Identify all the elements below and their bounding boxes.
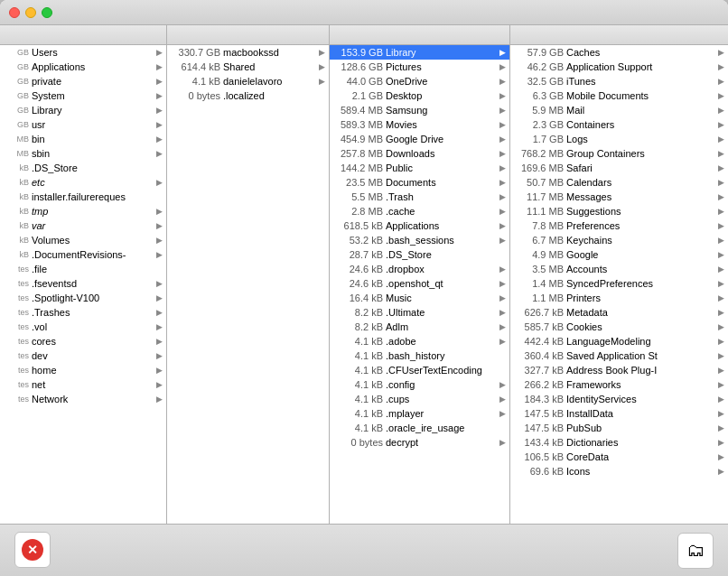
list-item[interactable]: 11.1 MB Suggestions ▶	[510, 204, 728, 218]
list-item[interactable]: 106.5 kB CoreData ▶	[510, 450, 728, 464]
row-arrow: ▶	[717, 120, 724, 129]
row-arrow: ▶	[499, 178, 506, 187]
list-item[interactable]: 147.5 kB PubSub ▶	[510, 421, 728, 435]
list-item[interactable]: 4.1 kB .bash_history	[330, 348, 509, 363]
row-size: 11.1 MB	[514, 206, 564, 217]
close-button[interactable]	[9, 7, 20, 18]
list-item[interactable]: 768.2 MB Group Containers ▶	[510, 146, 728, 161]
list-item[interactable]: 184.3 kB IdentityServices ▶	[510, 392, 728, 406]
list-item[interactable]: 153.9 GB Library ▶	[330, 45, 509, 60]
list-item[interactable]: 0 bytes .localized	[167, 88, 329, 103]
list-item[interactable]: 327.7 kB Address Book Plug-I ▶	[510, 363, 728, 377]
list-item[interactable]: 2.8 MB .cache ▶	[330, 204, 509, 218]
list-item[interactable]: 143.4 kB Dictionaries ▶	[510, 435, 728, 450]
row-size: 4.1 kB	[333, 365, 383, 376]
list-item[interactable]: tes .vol ▶	[0, 320, 166, 334]
list-item[interactable]: tes .file	[0, 262, 166, 276]
list-item[interactable]: 5.9 MB Mail ▶	[510, 103, 728, 117]
list-item[interactable]: 169.6 MB Safari ▶	[510, 161, 728, 175]
list-item[interactable]: 3.5 MB Accounts ▶	[510, 262, 728, 276]
list-item[interactable]: GB private ▶	[0, 74, 166, 88]
list-item[interactable]: 4.1 kB .adobe ▶	[330, 334, 509, 348]
list-item[interactable]: 8.2 kB Adlm ▶	[330, 320, 509, 334]
open-action-button[interactable]: 🗂	[677, 533, 714, 569]
list-item[interactable]: 4.1 kB .config ▶	[330, 377, 509, 392]
list-item[interactable]: 1.7 GB Logs ▶	[510, 132, 728, 146]
list-item[interactable]: kB var ▶	[0, 218, 166, 233]
list-item[interactable]: 6.3 GB Mobile Documents ▶	[510, 88, 728, 103]
list-item[interactable]: tes Network ▶	[0, 392, 166, 406]
list-item[interactable]: tes .Trashes ▶	[0, 305, 166, 320]
list-item[interactable]: 257.8 MB Downloads ▶	[330, 146, 509, 161]
list-item[interactable]: 4.1 kB .cups ▶	[330, 392, 509, 406]
row-name: Logs	[566, 134, 715, 144]
list-item[interactable]: kB Volumes ▶	[0, 233, 166, 247]
list-item[interactable]: 360.4 kB Saved Application St ▶	[510, 348, 728, 363]
delete-button[interactable]: ✕	[14, 532, 51, 568]
list-item[interactable]: 5.5 MB .Trash ▶	[330, 190, 509, 204]
list-item[interactable]: kB installer.failurereques	[0, 190, 166, 204]
minimize-button[interactable]	[25, 7, 36, 18]
list-item[interactable]: 618.5 kB Applications ▶	[330, 218, 509, 233]
list-item[interactable]: 4.1 kB .oracle_ire_usage	[330, 421, 509, 435]
list-item[interactable]: tes net ▶	[0, 377, 166, 392]
list-item[interactable]: GB Library ▶	[0, 103, 166, 117]
list-item[interactable]: kB tmp ▶	[0, 204, 166, 218]
list-item[interactable]: 46.2 GB Application Support ▶	[510, 60, 728, 74]
list-item[interactable]: 7.8 MB Preferences ▶	[510, 218, 728, 233]
list-item[interactable]: 0 bytes decrypt ▶	[330, 435, 509, 450]
list-item[interactable]: 147.5 kB InstallData ▶	[510, 406, 728, 421]
list-item[interactable]: 28.7 kB .DS_Store	[330, 247, 509, 262]
list-item[interactable]: 50.7 MB Calendars ▶	[510, 175, 728, 190]
list-item[interactable]: 4.1 kB .CFUserTextEncoding	[330, 363, 509, 377]
list-item[interactable]: 16.4 kB Music ▶	[330, 291, 509, 305]
list-item[interactable]: 24.6 kB .openshot_qt ▶	[330, 276, 509, 291]
list-item[interactable]: 57.9 GB Caches ▶	[510, 45, 728, 60]
list-item[interactable]: 4.9 MB Google ▶	[510, 247, 728, 262]
maximize-button[interactable]	[42, 7, 52, 18]
list-item[interactable]: GB Applications ▶	[0, 60, 166, 74]
row-arrow: ▶	[717, 395, 724, 404]
list-item[interactable]: tes .fseventsd ▶	[0, 276, 166, 291]
list-item[interactable]: 8.2 kB .Ultimate ▶	[330, 305, 509, 320]
row-arrow: ▶	[499, 337, 506, 346]
list-item[interactable]: MB bin ▶	[0, 132, 166, 146]
list-item[interactable]: 69.6 kB Icons ▶	[510, 464, 728, 478]
list-item[interactable]: 6.7 MB Keychains ▶	[510, 233, 728, 247]
list-item[interactable]: 24.6 kB .dropbox ▶	[330, 262, 509, 276]
list-item[interactable]: kB etc ▶	[0, 175, 166, 190]
list-item[interactable]: 4.1 kB .mplayer ▶	[330, 406, 509, 421]
list-item[interactable]: 626.7 kB Metadata ▶	[510, 305, 728, 320]
list-item[interactable]: 2.3 GB Containers ▶	[510, 117, 728, 132]
list-item[interactable]: tes .Spotlight-V100 ▶	[0, 291, 166, 305]
row-size: 4.1 kB	[333, 423, 383, 433]
list-item[interactable]: tes dev ▶	[0, 348, 166, 363]
list-item[interactable]: 32.5 GB iTunes ▶	[510, 74, 728, 88]
list-item[interactable]: 589.3 MB Movies ▶	[330, 117, 509, 132]
list-item[interactable]: GB usr ▶	[0, 117, 166, 132]
list-item[interactable]: GB Users ▶	[0, 45, 166, 60]
list-item[interactable]: 585.7 kB Cookies ▶	[510, 320, 728, 334]
list-item[interactable]: kB .DocumentRevisions- ▶	[0, 247, 166, 262]
list-item[interactable]: kB .DS_Store	[0, 161, 166, 175]
list-item[interactable]: 144.2 MB Public ▶	[330, 161, 509, 175]
list-item[interactable]: 23.5 MB Documents ▶	[330, 175, 509, 190]
list-item[interactable]: MB sbin ▶	[0, 146, 166, 161]
list-item[interactable]: tes cores ▶	[0, 334, 166, 348]
list-item[interactable]: 4.1 kB danielelavoro ▶	[167, 74, 329, 88]
list-item[interactable]: 2.1 GB Desktop ▶	[330, 88, 509, 103]
list-item[interactable]: 330.7 GB macbookssd ▶	[167, 45, 329, 60]
list-item[interactable]: GB System ▶	[0, 88, 166, 103]
list-item[interactable]: 11.7 MB Messages ▶	[510, 190, 728, 204]
list-item[interactable]: 454.9 MB Google Drive ▶	[330, 132, 509, 146]
list-item[interactable]: 442.4 kB LanguageModeling ▶	[510, 334, 728, 348]
list-item[interactable]: 128.6 GB Pictures ▶	[330, 60, 509, 74]
list-item[interactable]: 44.0 GB OneDrive ▶	[330, 74, 509, 88]
list-item[interactable]: 614.4 kB Shared ▶	[167, 60, 329, 74]
list-item[interactable]: tes home ▶	[0, 363, 166, 377]
list-item[interactable]: 589.4 MB Samsung ▶	[330, 103, 509, 117]
list-item[interactable]: 1.4 MB SyncedPreferences ▶	[510, 276, 728, 291]
list-item[interactable]: 53.2 kB .bash_sessions ▶	[330, 233, 509, 247]
list-item[interactable]: 1.1 MB Printers ▶	[510, 291, 728, 305]
list-item[interactable]: 266.2 kB Frameworks ▶	[510, 377, 728, 392]
